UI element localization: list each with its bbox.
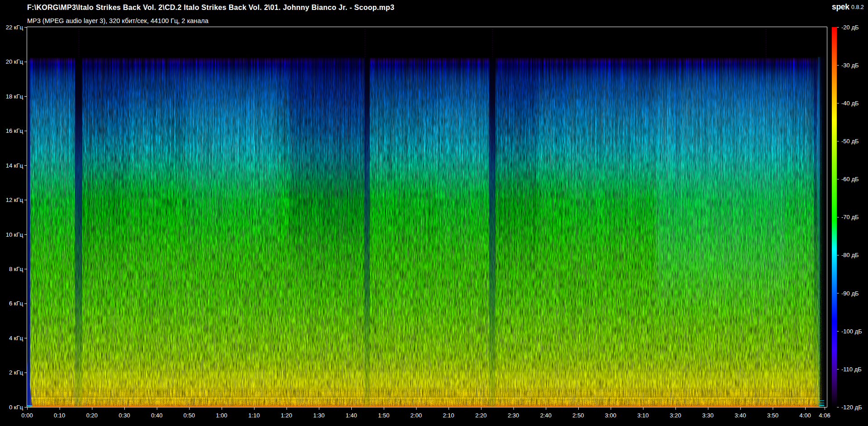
svg-text:1:20: 1:20	[281, 412, 292, 419]
svg-text:F:\KORG\MP3\Italo Strikes Back: F:\KORG\MP3\Italo Strikes Back Vol. 2\CD…	[27, 4, 394, 11]
svg-text:2:00: 2:00	[410, 412, 422, 419]
svg-text:0:30: 0:30	[118, 412, 130, 419]
svg-text:6 кГц: 6 кГц	[9, 300, 24, 307]
svg-text:-100 дБ: -100 дБ	[841, 328, 862, 335]
svg-text:1:30: 1:30	[313, 412, 325, 419]
svg-text:4:06: 4:06	[819, 412, 830, 419]
svg-text:22 кГц: 22 кГц	[6, 24, 24, 31]
svg-text:1:40: 1:40	[345, 412, 357, 419]
svg-text:1:10: 1:10	[248, 412, 259, 419]
svg-text:14 кГц: 14 кГц	[6, 162, 24, 169]
svg-text:-30 дБ: -30 дБ	[841, 62, 859, 69]
svg-text:-60 дБ: -60 дБ	[841, 176, 859, 183]
svg-text:3:20: 3:20	[670, 412, 681, 419]
svg-text:2:20: 2:20	[475, 412, 486, 419]
svg-text:1:50: 1:50	[378, 412, 389, 419]
svg-text:-120 дБ: -120 дБ	[841, 404, 862, 411]
svg-text:-40 дБ: -40 дБ	[841, 100, 859, 107]
svg-text:spek: spek	[832, 2, 849, 11]
svg-text:0 кГц: 0 кГц	[9, 404, 24, 411]
svg-text:3:40: 3:40	[735, 412, 746, 419]
svg-text:4:00: 4:00	[799, 412, 811, 419]
svg-text:2:10: 2:10	[443, 412, 454, 419]
svg-text:3:30: 3:30	[702, 412, 713, 419]
svg-text:2 кГц: 2 кГц	[9, 369, 24, 376]
svg-text:MP3 (MPEG audio layer 3), 320: MP3 (MPEG audio layer 3), 320 кбит/сек, …	[27, 17, 209, 24]
svg-text:12 кГц: 12 кГц	[6, 197, 24, 203]
svg-text:3:00: 3:00	[605, 412, 616, 419]
svg-text:0:00: 0:00	[21, 412, 33, 419]
svg-text:8 кГц: 8 кГц	[9, 266, 24, 272]
svg-text:10 кГц: 10 кГц	[6, 231, 24, 238]
svg-text:3:50: 3:50	[767, 412, 778, 419]
svg-text:-50 дБ: -50 дБ	[841, 138, 859, 145]
svg-text:0:40: 0:40	[151, 412, 162, 419]
svg-text:0:20: 0:20	[86, 412, 98, 419]
svg-text:2:50: 2:50	[572, 412, 584, 419]
svg-text:3:10: 3:10	[637, 412, 649, 419]
svg-text:-70 дБ: -70 дБ	[841, 214, 859, 220]
svg-text:2:30: 2:30	[508, 412, 519, 419]
svg-text:1:00: 1:00	[216, 412, 227, 419]
svg-text:16 кГц: 16 кГц	[6, 127, 24, 134]
svg-text:0.8.2: 0.8.2	[851, 4, 864, 10]
svg-text:-20 дБ: -20 дБ	[841, 24, 859, 31]
svg-text:-110 дБ: -110 дБ	[841, 366, 862, 373]
svg-text:-80 дБ: -80 дБ	[841, 252, 859, 258]
svg-text:20 кГц: 20 кГц	[6, 58, 24, 65]
svg-text:0:50: 0:50	[184, 412, 195, 419]
svg-text:4 кГц: 4 кГц	[9, 335, 24, 342]
svg-text:2:40: 2:40	[540, 412, 552, 419]
svg-text:18 кГц: 18 кГц	[6, 93, 24, 100]
svg-text:0:10: 0:10	[54, 412, 65, 419]
svg-text:-90 дБ: -90 дБ	[841, 290, 859, 297]
